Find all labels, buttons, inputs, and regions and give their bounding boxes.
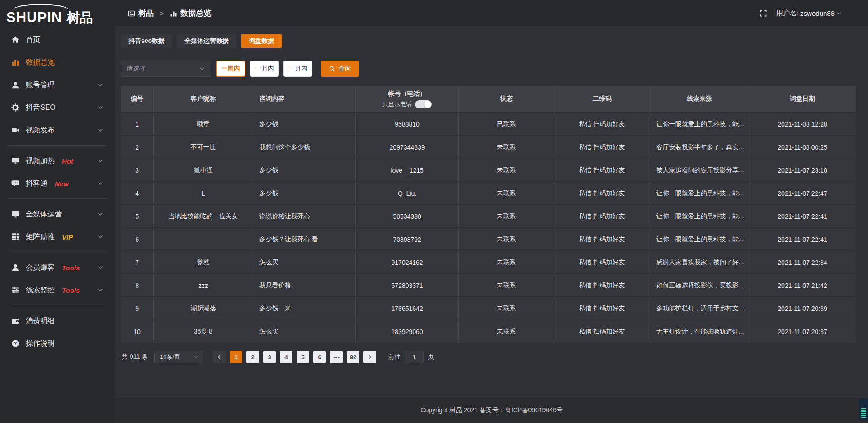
- sidebar-item-label: 消费明细: [26, 316, 55, 326]
- sidebar-item[interactable]: 线索监控Tools: [0, 279, 115, 301]
- cell-content: 多少钱: [253, 182, 356, 204]
- page-number-button[interactable]: 3: [263, 351, 276, 363]
- goto-page-input[interactable]: [405, 351, 424, 363]
- cell-date: 2021-11-07 22:47: [749, 182, 856, 204]
- cell-source-link[interactable]: 多功能护栏灯，适用于乡村文...: [650, 297, 750, 320]
- cell-qrcode-link[interactable]: 私信 扫码加好友: [554, 274, 650, 296]
- sidebar-item[interactable]: ?操作说明: [0, 332, 115, 355]
- grid-icon: [11, 233, 19, 241]
- cell-qrcode-link[interactable]: 私信 扫码加好友: [554, 113, 650, 135]
- breadcrumb-item-home[interactable]: 树品: [138, 8, 154, 19]
- column-header-content: 咨询内容: [253, 86, 356, 112]
- tab-询盘数据[interactable]: 询盘数据: [241, 34, 282, 48]
- cell-status: 已联系: [459, 113, 554, 135]
- page-number-button[interactable]: 6: [313, 351, 326, 363]
- user-icon: [11, 81, 19, 89]
- sidebar-item[interactable]: 抖客通New: [0, 172, 115, 195]
- cell-qrcode-link[interactable]: 私信 扫码加好友: [554, 320, 650, 343]
- cell-source-link[interactable]: 无主灯设计，智能磁吸轨道灯...: [650, 320, 750, 343]
- page-number-button[interactable]: 92: [347, 351, 359, 363]
- chevron-down-icon: [97, 211, 104, 217]
- member-icon: [11, 263, 19, 272]
- cell-source-link[interactable]: 让你一眼就爱上的黑科技，能...: [650, 228, 750, 250]
- username: zswodun88: [800, 9, 835, 17]
- cell-qrcode-link[interactable]: 私信 扫码加好友: [554, 251, 650, 273]
- wallet-icon: [11, 317, 19, 325]
- video-icon: [11, 126, 19, 134]
- cell-qrcode-link[interactable]: 私信 扫码加好友: [554, 205, 650, 227]
- sidebar-item[interactable]: 首页: [0, 28, 115, 51]
- sidebar-item[interactable]: 抖音SEO: [0, 96, 115, 119]
- cell-status: 未联系: [459, 228, 554, 250]
- period-button[interactable]: 一周内: [216, 61, 245, 77]
- chevron-down-icon: [97, 158, 104, 164]
- cell-qrcode-link[interactable]: 私信 扫码加好友: [554, 159, 650, 181]
- cell-qrcode-link[interactable]: 私信 扫码加好友: [554, 297, 650, 320]
- cell-no: 7: [121, 251, 154, 273]
- mini-chart-widget[interactable]: [859, 399, 868, 420]
- cell-source-link[interactable]: 让你一眼就爱上的黑科技，能...: [650, 182, 750, 204]
- cell-source-link[interactable]: 如何正确选择投影仪，买投影...: [650, 274, 750, 296]
- cell-source-link[interactable]: 让你一眼就爱上的黑科技，能...: [650, 113, 750, 135]
- filter-bar: 请选择 一周内一月内三月内 查询: [121, 61, 868, 77]
- cell-content: 说说价格让我死心: [253, 205, 356, 227]
- cell-content: 多少钱？让我死心 看: [253, 228, 356, 250]
- search-button[interactable]: 查询: [321, 61, 359, 77]
- table-row: 3狐小狸多少钱love__1215未联系私信 扫码加好友被大家追着问的客厅投影分…: [121, 159, 856, 181]
- page-number-button[interactable]: 5: [297, 351, 309, 363]
- chevron-down-icon: [97, 264, 104, 271]
- sidebar-item-badge: New: [55, 180, 69, 188]
- sidebar-item-badge: Tools: [62, 264, 80, 272]
- cell-status: 未联系: [459, 205, 554, 227]
- sidebar-item[interactable]: 数据总览: [0, 51, 115, 74]
- prev-page-button[interactable]: [213, 351, 226, 363]
- sidebar-item[interactable]: 账号管理: [0, 74, 115, 96]
- table-row: 4L多少钱Q_Liu.未联系私信 扫码加好友让你一眼就爱上的黑科技，能...20…: [121, 182, 856, 204]
- breadcrumb-item-current: 数据总览: [180, 8, 211, 19]
- sidebar-item[interactable]: 会员爆客Tools: [0, 256, 115, 279]
- phone-only-toggle[interactable]: [415, 100, 432, 108]
- page-ellipsis-button[interactable]: •••: [330, 351, 343, 363]
- cell-qrcode-link[interactable]: 私信 扫码加好友: [554, 182, 650, 204]
- cell-nickname: [154, 228, 253, 250]
- sidebar-item-label: 账号管理: [26, 80, 55, 90]
- page-number-button[interactable]: 1: [230, 351, 242, 363]
- total-count: 共 911 条: [122, 353, 148, 361]
- cell-source-link[interactable]: 客厅安装投影半年多了，真实...: [650, 136, 750, 158]
- sidebar-item[interactable]: 视频加热Hot: [0, 150, 115, 172]
- cell-status: 未联系: [459, 320, 554, 343]
- page-number-button[interactable]: 4: [280, 351, 292, 363]
- cell-account: 183929060: [356, 320, 459, 343]
- period-button[interactable]: 三月内: [283, 61, 312, 77]
- cell-source-link[interactable]: 让你一眼就爱上的黑科技，能...: [650, 205, 750, 227]
- sidebar-item[interactable]: 矩阵助推VIP: [0, 226, 115, 248]
- cell-qrcode-link[interactable]: 私信 扫码加好友: [554, 228, 650, 250]
- sidebar: SHUPIN 树品 首页数据总览账号管理抖音SEO视频发布视频加热Hot抖客通N…: [0, 0, 115, 423]
- screen-icon: [11, 210, 19, 218]
- table-row: 8zzz我只看价格572803371未联系私信 扫码加好友如何正确选择投影仪，买…: [121, 274, 856, 296]
- fullscreen-icon[interactable]: [760, 9, 767, 17]
- cell-no: 1: [121, 113, 154, 135]
- user-menu[interactable]: 用户名: zswodun88: [776, 9, 842, 18]
- sidebar-item-label: 全媒体运营: [26, 210, 62, 219]
- tab-抖音seo数据[interactable]: 抖音seo数据: [121, 34, 172, 48]
- page-size-select[interactable]: 10条/页: [154, 351, 203, 363]
- sidebar-item[interactable]: 视频发布: [0, 119, 115, 141]
- filter-select[interactable]: 请选择: [121, 61, 211, 77]
- next-page-button[interactable]: [363, 351, 376, 363]
- cell-status: 未联系: [459, 251, 554, 273]
- cell-source-link[interactable]: 感谢大家喜欢我家，被问了好...: [650, 251, 750, 273]
- logo-text-cn: 树品: [67, 10, 93, 25]
- sidebar-item[interactable]: 消费明细: [0, 310, 115, 332]
- logo-text-en: SHUPIN: [6, 9, 62, 25]
- tab-全媒体运营数据[interactable]: 全媒体运营数据: [177, 34, 236, 48]
- account-column-title: 帐号（电话）: [388, 90, 426, 98]
- page-number-button[interactable]: 2: [246, 351, 259, 363]
- cell-qrcode-link[interactable]: 私信 扫码加好友: [554, 136, 650, 158]
- sidebar-item[interactable]: 全媒体运营: [0, 203, 115, 226]
- cell-source-link[interactable]: 被大家追着问的客厅投影分享...: [650, 159, 750, 181]
- column-header-qrcode: 二维码: [554, 86, 650, 112]
- logo-arc-icon: [12, 4, 70, 11]
- period-button[interactable]: 一月内: [250, 61, 279, 77]
- pagination: 共 911 条 10条/页 123456•••92 前往 页: [122, 351, 868, 363]
